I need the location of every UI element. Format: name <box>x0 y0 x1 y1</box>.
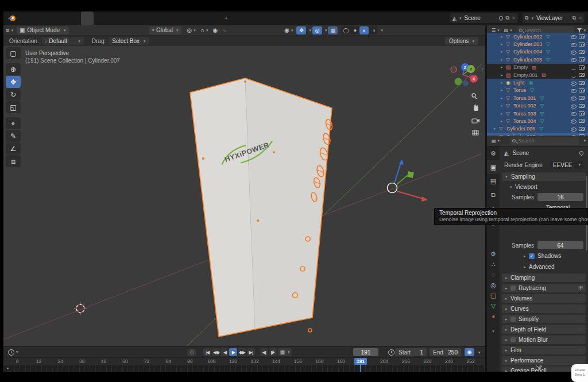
disable-render-icon[interactable] <box>579 34 585 38</box>
properties-editor-type-button[interactable]: ▤▾ <box>489 138 502 144</box>
hide-eye-icon[interactable] <box>570 118 577 124</box>
shading-rendered-button[interactable]: ◑ <box>369 26 378 34</box>
outliner-item-torus-004[interactable]: ▸ ▽ Torus.004 ▽ <box>487 117 588 125</box>
section-depth-of-field[interactable]: ▸ Depth of Field ⁞†⁞ :::: <box>502 325 586 334</box>
proportional-editing-button[interactable]: ◉ <box>210 27 220 33</box>
section-simplify[interactable]: ▸ Simplify ⁞†⁞ :::: <box>502 315 586 323</box>
transform-gizmo[interactable] <box>388 159 428 202</box>
current-frame-field[interactable]: 191 <box>353 348 378 356</box>
section-raytracing[interactable]: ▸ Raytracing ⁞†⁞ :::: <box>502 284 586 292</box>
checkbox-unchecked-icon[interactable] <box>510 317 516 322</box>
playback-prev-keyframe-button[interactable]: ◀◆ <box>212 348 220 356</box>
add-workspace-button[interactable]: + <box>220 15 233 21</box>
disable-render-icon[interactable] <box>579 111 585 115</box>
keying-set-button[interactable]: ◉ <box>465 348 474 356</box>
pin-icon[interactable] <box>498 16 504 21</box>
shading-wireframe-button[interactable]: ◯ <box>341 26 350 34</box>
toggle-ortho-button[interactable] <box>470 128 481 138</box>
outliner-item-torus-001[interactable]: ▸ ▽ Torus.001 ▽ <box>487 94 588 102</box>
properties-search[interactable] <box>510 137 579 145</box>
advanced-row[interactable]: ▸ Advanced <box>524 264 588 270</box>
render-samples-field[interactable]: 64 <box>537 241 583 249</box>
properties-tab-modifiers[interactable]: ⚙ <box>487 249 500 259</box>
playback-play-reverse-button[interactable]: ◀ <box>220 348 229 356</box>
tab-compositing[interactable] <box>182 11 195 25</box>
pin-icon[interactable] <box>579 150 585 156</box>
tab-layout[interactable] <box>81 11 94 25</box>
disable-render-icon[interactable] <box>579 88 585 92</box>
show-gizmo-button[interactable]: ✥ <box>296 26 306 34</box>
mode-dropdown[interactable]: ▣ Object Mode▾ <box>17 26 69 34</box>
expand-icon[interactable]: ▸ <box>494 126 499 131</box>
hide-eye-icon[interactable] <box>570 111 577 116</box>
tab-rendering[interactable] <box>169 11 182 25</box>
timeline-ruler[interactable]: 0122436486072849610812013214415616818020… <box>3 358 485 372</box>
hide-eye-icon[interactable] <box>570 57 577 62</box>
tool-cursor-button[interactable]: ⊕ <box>6 63 21 75</box>
expand-icon[interactable]: ▸ <box>501 111 506 116</box>
shadows-row[interactable]: ▸ ✓ Shadows <box>524 253 588 259</box>
tool-add-cube-button[interactable]: ⧈ <box>6 155 21 167</box>
falloff-button[interactable]: ∿ <box>220 28 229 33</box>
outliner-item-cylinder-003[interactable]: ▸ ▽ Cylinder.003 ▽ <box>487 40 588 48</box>
shading-dropdown[interactable]: ▾ <box>381 28 383 33</box>
tool-measure-button[interactable]: ∠ <box>6 142 21 155</box>
properties-tab-tool[interactable]: ⚙ <box>487 146 500 160</box>
toggle-xray-button[interactable]: ▦ <box>328 26 338 34</box>
properties-tab-constraints[interactable]: ◎ <box>487 280 500 290</box>
tab-uv-editing[interactable] <box>119 11 131 25</box>
frame-step-dropdown[interactable]: ▾ <box>272 349 274 354</box>
show-overlays-button[interactable]: ◎ <box>312 26 322 34</box>
disable-render-icon[interactable] <box>579 50 585 54</box>
filter-icon[interactable] <box>577 28 582 33</box>
outliner-search-input[interactable] <box>525 28 572 33</box>
disable-render-icon[interactable] <box>579 65 585 70</box>
section-curves[interactable]: ▸ Curves ⁞†⁞ :::: <box>502 304 586 313</box>
use-preview-range-icon[interactable] <box>388 349 394 356</box>
axis-neg-y[interactable] <box>455 78 462 86</box>
expand-icon[interactable]: ▸ <box>501 65 506 70</box>
hide-eye-icon[interactable] <box>570 126 577 132</box>
outliner-filter-image-button[interactable]: ▨▾ <box>502 28 514 33</box>
ruler-collapse-arrow[interactable]: ▸ <box>7 366 9 371</box>
auto-keying-button[interactable]: ▦▾ <box>278 348 292 356</box>
expand-icon[interactable]: ▸ <box>501 73 506 78</box>
expand-icon[interactable]: ▸ <box>501 88 506 92</box>
expand-icon[interactable]: ▸ <box>501 49 506 54</box>
checkbox-unchecked-icon[interactable] <box>510 337 516 342</box>
outliner-display-mode-button[interactable]: ☰▾ <box>489 28 502 33</box>
outliner-item-torus-002[interactable]: ▸ ▽ Torus.002 ▽ <box>487 102 588 110</box>
snap-magnet-button[interactable]: ∩▾ <box>198 27 211 33</box>
tool-scale-button[interactable]: ◱ <box>6 101 21 113</box>
disable-render-icon[interactable] <box>579 127 585 131</box>
outliner-item-torus[interactable]: ▸ ▽ Torus ▽ <box>487 87 588 94</box>
expand-icon[interactable]: ▸ <box>501 42 506 47</box>
axis-neg-z[interactable] <box>463 80 469 86</box>
render-engine-dropdown[interactable]: EEVEE▾ <box>550 161 583 169</box>
hide-eye-icon[interactable] <box>570 88 577 93</box>
hide-eye-icon[interactable] <box>570 103 577 109</box>
record-button[interactable] <box>187 349 196 356</box>
outliner-item-cylinder-002[interactable]: ▸ ▽ Cylinder.002 ▽ <box>487 33 588 40</box>
blender-logo-icon[interactable] <box>8 15 17 22</box>
properties-tab-data[interactable]: ▽ <box>487 300 500 311</box>
viewport-subsection-header[interactable]: ▾Viewport <box>510 184 588 190</box>
scene-selector[interactable]: ◭▾ Scene ⧉ ✕ <box>450 13 518 23</box>
section-performance[interactable]: ▸ Performance ⁞†⁞ :::: <box>502 356 586 365</box>
disable-render-icon[interactable] <box>579 43 585 47</box>
properties-options-dropdown[interactable]: ▾ <box>583 138 586 143</box>
tab-modeling[interactable] <box>94 11 106 25</box>
playback-prev-frame-button[interactable]: ◀| <box>260 348 268 356</box>
tool-transform-button[interactable]: ⌖ <box>6 117 21 129</box>
tabs-overflow-chevron[interactable]: ▾ <box>487 329 500 334</box>
outliner-item-cylinder-006[interactable]: ▸ ▽ Cylinder.006 ▽ <box>487 125 588 133</box>
expand-icon[interactable]: ▸ <box>501 57 506 62</box>
outliner-item-empty[interactable]: ▸ ▨ Empty ▨ <box>487 64 588 71</box>
battery-box-object[interactable] <box>190 78 332 337</box>
properties-tab-material[interactable]: ◕ <box>487 311 500 321</box>
outliner-item-light[interactable]: ▸ ◉ Light ◎ <box>487 79 588 86</box>
properties-tab-object[interactable]: ▢ <box>487 290 500 300</box>
expand-icon[interactable]: ▸ <box>501 96 506 101</box>
transform-orientation-dropdown[interactable]: ⌖ Global▾ <box>149 26 181 34</box>
tab-animation[interactable] <box>157 11 169 25</box>
